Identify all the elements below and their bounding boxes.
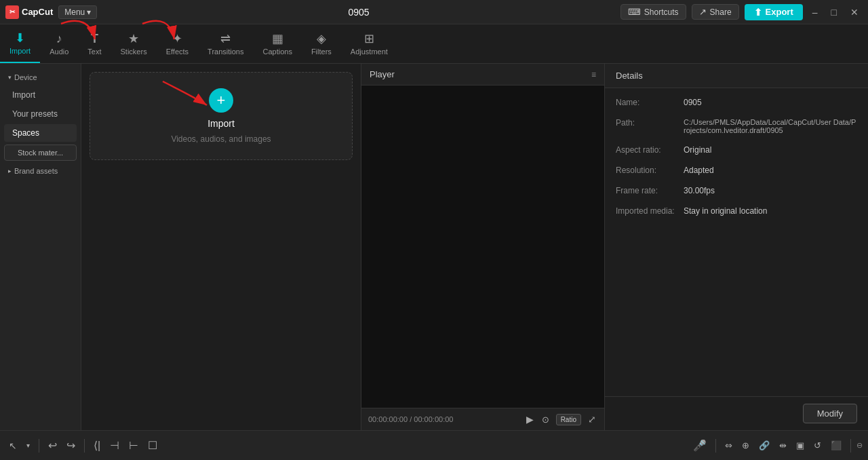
frame-rate-label: Frame rate: xyxy=(616,186,684,195)
split-audio-button[interactable]: ⇹ xyxy=(776,438,790,453)
redo2-button[interactable]: ⬛ xyxy=(827,438,845,453)
tab-transitions[interactable]: ⇌ Transitions xyxy=(198,24,253,63)
toolbar-separator-4 xyxy=(850,439,851,453)
sidebar-item-import[interactable]: Import xyxy=(4,86,77,104)
menu-button[interactable]: Menu ▾ xyxy=(58,5,97,19)
path-label: Path: xyxy=(616,118,684,134)
details-panel: Details Name: 0905 Path: C:/Users/PMLS/A… xyxy=(605,64,868,430)
split-button[interactable]: ⟨| xyxy=(90,436,104,455)
tab-effects[interactable]: ✦ Effects xyxy=(157,24,198,63)
tab-text[interactable]: T Text xyxy=(78,24,111,63)
aspect-ratio-value: Original xyxy=(684,145,857,155)
details-header: Details xyxy=(605,64,868,88)
details-title: Details xyxy=(616,71,643,81)
sidebar-item-spaces[interactable]: Spaces xyxy=(4,124,77,142)
path-value: C:/Users/PMLS/AppData/Local/CapCut/User … xyxy=(684,118,857,134)
import-drop-area[interactable]: + Import Videos, audios, and images xyxy=(90,72,353,160)
filters-icon: ◈ xyxy=(317,33,326,45)
tab-audio[interactable]: ♪ Audio xyxy=(40,24,78,63)
export-button[interactable]: ⬆ Export xyxy=(745,4,803,20)
import-icon: ⬇ xyxy=(15,32,25,44)
delete-button[interactable]: ☐ xyxy=(144,436,161,455)
player-panel: Player ≡ 00:00:00:00 / 00:00:00:00 ▶ ⊙ R… xyxy=(361,64,605,430)
chevron-down-icon: ▾ xyxy=(8,74,12,81)
chevron-right-icon: ▸ xyxy=(8,168,12,174)
player-viewport xyxy=(361,85,604,408)
project-name: 0905 xyxy=(102,7,615,18)
player-time: 00:00:00:00 / 00:00:00:00 xyxy=(368,415,519,423)
player-header: Player ≡ xyxy=(361,64,604,85)
link-button[interactable]: ⇔ xyxy=(722,438,736,453)
frame-rate-value: 30.00fps xyxy=(684,186,857,195)
detail-frame-rate-row: Frame rate: 30.00fps xyxy=(616,186,857,195)
audio-icon: ♪ xyxy=(56,33,62,45)
content-area: + Import Videos, audios, and images xyxy=(81,64,361,430)
detail-resolution-row: Resolution: Adapted xyxy=(616,166,857,175)
player-controls: 00:00:00:00 / 00:00:00:00 ▶ ⊙ Ratio ⤢ xyxy=(361,408,604,430)
undo-button[interactable]: ↩ xyxy=(45,436,60,455)
tab-import[interactable]: ⬇ Import xyxy=(0,24,40,63)
player-menu-icon[interactable]: ≡ xyxy=(591,70,596,79)
share-button[interactable]: ↗ Share xyxy=(692,4,739,20)
screenshot-button[interactable]: ⊙ xyxy=(540,413,551,426)
sidebar-brand-assets-section[interactable]: ▸ Brand assets xyxy=(0,163,81,179)
name-value: 0905 xyxy=(684,98,857,107)
timeline-toolbar: ↖ ▾ ↩ ↪ ⟨| ⊣ ⊢ ☐ 🎤 ⇔ ⊕ 🔗 ⇹ ▣ ↺ ⬛ ⊖ xyxy=(0,430,868,460)
detail-name-row: Name: 0905 xyxy=(616,98,857,107)
tab-adjustment[interactable]: ⊞ Adjustment xyxy=(341,24,397,63)
resolution-value: Adapted xyxy=(684,166,857,175)
stickers-icon: ★ xyxy=(128,33,139,45)
cursor-dropdown-button[interactable]: ▾ xyxy=(23,439,33,452)
ratio-button[interactable]: Ratio xyxy=(556,414,581,425)
trim-left-button[interactable]: ⊣ xyxy=(106,436,123,455)
imported-media-label: Imported media: xyxy=(616,206,684,216)
text-icon: T xyxy=(91,33,98,45)
details-body: Name: 0905 Path: C:/Users/PMLS/AppData/L… xyxy=(605,88,868,396)
close-button[interactable]: ✕ xyxy=(846,5,863,19)
tab-captions[interactable]: ▦ Captions xyxy=(253,24,301,63)
mic-button[interactable]: 🎤 xyxy=(690,436,710,455)
tabs-bar: ⬇ Import ♪ Audio T Text ★ Stickers ✦ Eff… xyxy=(0,24,868,64)
redo-button[interactable]: ↪ xyxy=(63,436,79,455)
name-label: Name: xyxy=(616,98,684,107)
zoom-indicator: ⊖ xyxy=(856,441,863,450)
toolbar-separator-1 xyxy=(39,439,39,453)
effects-icon: ✦ xyxy=(172,33,182,45)
sidebar-device-section: ▾ Device xyxy=(0,69,81,85)
aspect-ratio-label: Aspect ratio: xyxy=(616,145,684,155)
tab-stickers[interactable]: ★ Stickers xyxy=(111,24,157,63)
cursor-tool-button[interactable]: ↖ xyxy=(5,438,20,454)
toolbar-separator-3 xyxy=(715,439,716,453)
sidebar-item-presets[interactable]: Your presets xyxy=(4,105,77,123)
toolbar-right: 🎤 ⇔ ⊕ 🔗 ⇹ ▣ ↺ ⬛ ⊖ xyxy=(690,436,863,455)
transitions-icon: ⇌ xyxy=(220,33,231,45)
import-sublabel: Videos, audios, and images xyxy=(171,134,271,144)
magnet-button[interactable]: ⊕ xyxy=(738,438,753,453)
adjustment-icon: ⊞ xyxy=(364,33,374,45)
sidebar: ▾ Device Import Your presets Spaces Stoc… xyxy=(0,64,81,430)
fullscreen-button[interactable]: ⤢ xyxy=(587,413,597,426)
details-footer: Modify xyxy=(605,396,868,430)
imported-media-value: Stay in original location xyxy=(684,206,857,216)
undo2-button[interactable]: ↺ xyxy=(810,438,825,453)
minimize-button[interactable]: – xyxy=(808,5,822,19)
restore-button[interactable]: □ xyxy=(827,5,841,19)
detail-imported-media-row: Imported media: Stay in original locatio… xyxy=(616,206,857,216)
chain-button[interactable]: 🔗 xyxy=(755,438,773,453)
trim-right-button[interactable]: ⊢ xyxy=(125,436,142,455)
logo-text: CapCut xyxy=(22,7,53,17)
player-title: Player xyxy=(370,69,395,79)
topbar-right: ⌨ Shortcuts ↗ Share ⬆ Export – □ ✕ xyxy=(620,4,863,20)
sidebar-item-stock[interactable]: Stock mater... xyxy=(4,145,77,161)
play-button[interactable]: ▶ xyxy=(525,413,535,426)
detail-aspect-ratio-row: Aspect ratio: Original xyxy=(616,145,857,155)
tab-filters[interactable]: ◈ Filters xyxy=(302,24,341,63)
resolution-label: Resolution: xyxy=(616,166,684,175)
shortcuts-button[interactable]: ⌨ Shortcuts xyxy=(620,4,686,20)
modify-button[interactable]: Modify xyxy=(803,404,857,423)
subtitle-button[interactable]: ▣ xyxy=(793,438,808,453)
toolbar-separator-2 xyxy=(84,439,85,453)
app-logo: ✂ CapCut xyxy=(5,5,53,19)
logo-icon: ✂ xyxy=(5,5,19,19)
import-plus-icon: + xyxy=(209,88,233,113)
